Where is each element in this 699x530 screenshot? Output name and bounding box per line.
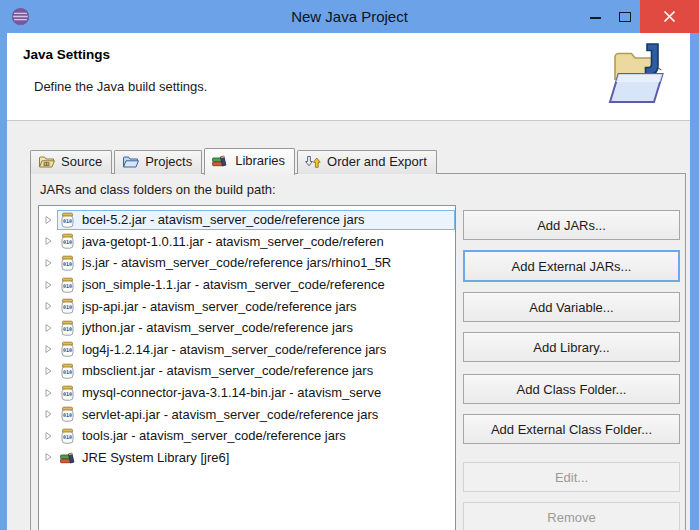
svg-text:010: 010 [63,218,72,224]
close-icon [663,10,676,23]
list-item-label: servlet-api.jar - atavism_server_code/re… [82,407,378,422]
tab-label: Projects [145,154,192,169]
list-item[interactable]: 010 json_simple-1.1.jar - atavism_server… [39,274,455,296]
jar-icon: 010 [60,406,77,422]
dialog-body: Java Settings Define the Java build sett… [7,33,690,530]
library-books-icon [212,152,229,168]
list-item[interactable]: 010 mbsclient.jar - atavism_server_code/… [39,360,455,382]
wizard-banner: Java Settings Define the Java build sett… [7,33,690,121]
projects-folder-icon [122,155,139,169]
list-item[interactable]: 010 jsp-api.jar - atavism_server_code/re… [39,295,455,317]
tab-label: Order and Export [327,154,427,169]
expand-triangle-icon[interactable] [44,323,57,333]
list-item-label: mysql-connector-java-3.1.14-bin.jar - at… [82,385,381,400]
expand-triangle-icon[interactable] [44,409,57,419]
svg-text:010: 010 [63,412,72,418]
minimize-icon [590,17,601,19]
list-item[interactable]: JRE System Library [jre6] [39,447,455,469]
jar-icon: 010 [60,298,77,314]
jar-icon: 010 [60,233,77,249]
list-item[interactable]: 010 java-getopt-1.0.11.jar - atavism_ser… [39,231,455,253]
tab-bar: Source Projects [30,147,439,174]
svg-text:010: 010 [63,434,72,440]
list-item-label: tools.jar - atavism_server_code/referenc… [82,428,346,443]
svg-text:010: 010 [63,304,72,310]
edit-button: Edit... [463,462,680,492]
list-item-label: mbsclient.jar - atavism_server_code/refe… [82,363,373,378]
build-path-label: JARs and class folders on the build path… [40,182,276,197]
tab-libraries[interactable]: Libraries [204,148,295,175]
jar-icon: 010 [60,277,77,293]
list-item-label: json_simple-1.1.jar - atavism_server_cod… [82,277,385,292]
list-item[interactable]: 010 tools.jar - atavism_server_code/refe… [39,425,455,447]
source-folder-icon [38,155,55,169]
order-export-arrows-icon [305,155,321,169]
list-item-label: js.jar - atavism_server_code/reference j… [82,255,391,270]
jar-icon: 010 [60,255,77,271]
library-books-icon [60,449,77,465]
list-item-label: log4j-1.2.14.jar - atavism_server_code/r… [82,342,386,357]
remove-button: Remove [463,502,680,530]
jar-icon: 010 [60,320,77,336]
svg-text:010: 010 [63,369,72,375]
expand-triangle-icon[interactable] [44,258,57,268]
svg-text:010: 010 [63,348,72,354]
list-item-label: jsp-api.jar - atavism_server_code/refere… [82,299,357,314]
minimize-button[interactable] [580,0,610,33]
add-variable-button[interactable]: Add Variable... [463,292,680,322]
jar-icon: 010 [60,385,77,401]
jar-icon: 010 [60,363,77,379]
new-java-project-dialog: New Java Project Java Settings Define th… [0,0,699,530]
list-item-label: bcel-5.2.jar - atavism_server_code/refer… [82,212,365,227]
list-item-label: JRE System Library [jre6] [82,450,229,465]
libraries-tab-panel: JARs and class folders on the build path… [30,173,686,530]
list-item[interactable]: 010 mysql-connector-java-3.1.14-bin.jar … [39,382,455,404]
svg-text:010: 010 [63,240,72,246]
page-subtitle: Define the Java build settings. [34,79,207,94]
expand-triangle-icon[interactable] [44,388,57,398]
expand-triangle-icon[interactable] [44,431,57,441]
jar-list[interactable]: 010 bcel-5.2.jar - atavism_server_code/r… [38,205,456,530]
svg-text:010: 010 [63,261,72,267]
expand-triangle-icon[interactable] [44,366,57,376]
list-item-label: jython.jar - atavism_server_code/referen… [82,320,353,335]
titlebar[interactable]: New Java Project [0,0,699,33]
svg-text:010: 010 [63,391,72,397]
expand-triangle-icon[interactable] [44,452,57,462]
svg-text:010: 010 [63,326,72,332]
page-title: Java Settings [23,47,110,62]
add-external-jars-button[interactable]: Add External JARs... [463,250,680,282]
expand-triangle-icon[interactable] [44,280,57,290]
list-item[interactable]: 010 bcel-5.2.jar - atavism_server_code/r… [39,209,455,231]
tab-label: Libraries [235,153,285,168]
jar-icon: 010 [60,212,77,228]
expand-triangle-icon[interactable] [44,344,57,354]
svg-text:010: 010 [63,283,72,289]
maximize-button[interactable] [610,0,640,33]
add-external-class-folder-button[interactable]: Add External Class Folder... [463,414,680,444]
list-item-label: java-getopt-1.0.11.jar - atavism_server_… [82,234,384,249]
tab-label: Source [61,154,102,169]
java-open-folder-banner-icon [606,40,674,110]
list-item[interactable]: 010 log4j-1.2.14.jar - atavism_server_co… [39,339,455,361]
list-item[interactable]: 010 servlet-api.jar - atavism_server_cod… [39,403,455,425]
tab-source[interactable]: Source [30,150,112,174]
add-class-folder-button[interactable]: Add Class Folder... [463,374,680,404]
tab-projects[interactable]: Projects [114,150,202,174]
jar-icon: 010 [60,341,77,357]
button-column: Add JARs...Add External JARs...Add Varia… [463,210,680,530]
expand-triangle-icon[interactable] [44,301,57,311]
add-jars-button[interactable]: Add JARs... [463,210,680,240]
list-item[interactable]: 010 jython.jar - atavism_server_code/ref… [39,317,455,339]
jar-icon: 010 [60,428,77,444]
tab-order-and-export[interactable]: Order and Export [297,150,437,174]
add-library-button[interactable]: Add Library... [463,332,680,362]
list-item[interactable]: 010 js.jar - atavism_server_code/referen… [39,252,455,274]
expand-triangle-icon[interactable] [44,215,57,225]
close-button[interactable] [640,0,699,33]
maximize-icon [619,12,631,22]
expand-triangle-icon[interactable] [44,236,57,246]
